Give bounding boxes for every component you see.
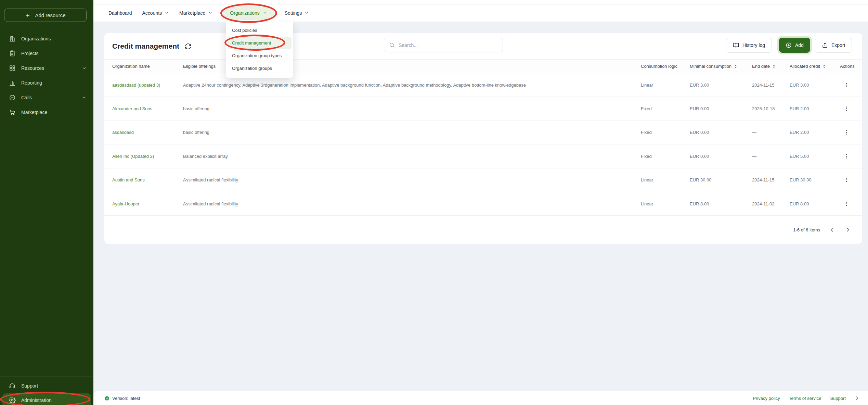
search-box xyxy=(384,38,503,52)
cell-allocated-credit: EUR 30.00 xyxy=(790,177,840,182)
gear-icon xyxy=(9,397,16,404)
organization-link[interactable]: Alexander and Sons xyxy=(112,106,183,111)
nav-item-organizations[interactable]: Organizations xyxy=(223,6,274,20)
cell-allocated-credit: EUR 2.00 xyxy=(790,106,840,111)
cell-end-date: 2024-11-02 xyxy=(752,201,790,206)
sidebar-item-support[interactable]: Support xyxy=(0,378,93,393)
cell-minimal-consumption: EUR 0.00 xyxy=(690,130,752,135)
refresh-icon xyxy=(184,43,192,50)
cell-minimal-consumption: EUR 0.00 xyxy=(690,106,752,111)
chevron-right-icon xyxy=(845,227,851,233)
plus-circle-icon xyxy=(786,42,792,48)
cell-minimal-consumption: EUR 8.00 xyxy=(690,201,752,206)
organization-link[interactable]: Ayala-Hooper xyxy=(112,201,183,206)
row-actions-kebab-button[interactable] xyxy=(841,104,852,114)
book-icon xyxy=(733,42,739,48)
cell-end-date: 2024-11-15 xyxy=(752,177,790,182)
cell-allocated-credit: EUR 3.00 xyxy=(790,83,840,88)
cell-end-date: 2025-10-18 xyxy=(752,106,790,111)
sidebar-item-label: Calls xyxy=(21,95,32,100)
cart-icon xyxy=(9,109,16,116)
cell-end-date: — xyxy=(752,130,790,135)
nav-item-settings[interactable]: Settings xyxy=(285,10,309,16)
chevron-left-icon xyxy=(829,227,835,233)
check-circle-icon xyxy=(104,396,109,401)
sort-icon[interactable] xyxy=(734,64,738,68)
row-actions-kebab-button[interactable] xyxy=(841,127,852,138)
chevron-down-icon xyxy=(263,11,267,15)
clipboard-icon xyxy=(9,50,16,57)
nav-item-label: Marketplace xyxy=(179,10,205,16)
sidebar-item-organizations[interactable]: Organizations xyxy=(0,31,93,46)
table-header-row: Organization name Eligible offerings Con… xyxy=(104,59,862,73)
export-button[interactable]: Export xyxy=(815,38,852,53)
pagination-next-button[interactable] xyxy=(844,226,852,233)
table-row: Allen Inc (Updated 3) Balanced explicit … xyxy=(104,144,862,168)
add-resource-button[interactable]: Add resource xyxy=(4,9,87,22)
app-screen: Add resource Organizations Projects Reso… xyxy=(0,0,868,405)
building-icon xyxy=(9,35,16,42)
refresh-button[interactable] xyxy=(184,43,192,50)
cell-eligible-offerings: Assimilated radical flexibility xyxy=(183,177,641,182)
sort-icon[interactable] xyxy=(772,64,776,68)
row-actions-kebab-button[interactable] xyxy=(841,199,852,209)
pagination-label: 1-6 of 6 items xyxy=(793,227,820,232)
sidebar-item-label: Reporting xyxy=(21,80,42,86)
cell-consumption-logic: Fixed xyxy=(641,154,690,159)
cell-minimal-consumption: EUR 0.00 xyxy=(690,154,752,159)
organization-link[interactable]: Allen Inc (Updated 3) xyxy=(112,154,183,159)
sidebar-item-calls[interactable]: Calls xyxy=(0,90,93,105)
cell-eligible-offerings: Adaptive 24hour contingency, Adaptive 3r… xyxy=(183,83,641,88)
pagination-prev-button[interactable] xyxy=(828,226,836,233)
footer-links: Privacy policy Terms of service Support xyxy=(753,396,859,401)
export-label: Export xyxy=(831,42,845,48)
search-input[interactable] xyxy=(399,42,498,48)
column-header-end-date[interactable]: End date xyxy=(752,64,790,69)
table-row: asdasdasd basic offering Fixed EUR 0.00 … xyxy=(104,121,862,144)
row-actions-kebab-button[interactable] xyxy=(841,151,852,161)
sort-icon[interactable] xyxy=(822,64,826,68)
version-indicator: Version: latest xyxy=(104,396,140,401)
menu-item-organization-groups[interactable]: Organization groups xyxy=(228,62,292,75)
chevron-down-icon xyxy=(305,11,309,15)
terms-of-service-link[interactable]: Terms of service xyxy=(789,396,821,401)
chevron-down-icon xyxy=(82,95,87,100)
pagination: 1-6 of 6 items xyxy=(104,216,862,244)
menu-item-credit-management[interactable]: Credit management xyxy=(228,37,292,49)
cell-allocated-credit: EUR 2.00 xyxy=(790,130,840,135)
nav-item-dashboard[interactable]: Dashboard xyxy=(108,10,132,16)
menu-item-cost-policies[interactable]: Cost policies xyxy=(228,24,292,37)
history-log-label: History log xyxy=(742,42,765,48)
sidebar-item-reporting[interactable]: Reporting xyxy=(0,75,93,90)
sidebar-item-marketplace[interactable]: Marketplace xyxy=(0,105,93,119)
cell-consumption-logic: Fixed xyxy=(641,106,690,111)
footer-support-link[interactable]: Support xyxy=(830,396,846,401)
sidebar-item-administration[interactable]: Administration xyxy=(2,393,91,405)
menu-item-organization-group-types[interactable]: Organization group types xyxy=(228,49,292,62)
add-button[interactable]: Add xyxy=(779,38,810,53)
chat-icon xyxy=(9,94,16,101)
organization-link[interactable]: asdasdasd xyxy=(112,130,183,135)
nav-item-marketplace[interactable]: Marketplace xyxy=(179,10,212,16)
bar-chart-icon xyxy=(9,79,16,86)
plus-icon xyxy=(25,13,30,18)
cell-eligible-offerings: Assimilated radical flexibility xyxy=(183,201,641,206)
nav-item-accounts[interactable]: Accounts xyxy=(142,10,169,16)
organization-link[interactable]: aasdasdasd (updated 3) xyxy=(112,83,183,88)
cell-minimal-consumption: EUR 30.00 xyxy=(690,177,752,182)
credit-management-card: Credit management History log xyxy=(104,33,862,244)
row-actions-kebab-button[interactable] xyxy=(841,80,852,90)
cell-allocated-credit: EUR 5.00 xyxy=(790,154,840,159)
column-header-minimal-consumption[interactable]: Minimal consumption xyxy=(690,64,752,69)
row-actions-kebab-button[interactable] xyxy=(841,175,852,185)
table-row: Alexander and Sons basic offering Fixed … xyxy=(104,97,862,121)
privacy-policy-link[interactable]: Privacy policy xyxy=(753,396,780,401)
grid-icon xyxy=(9,65,16,72)
sidebar-item-projects[interactable]: Projects xyxy=(0,46,93,61)
sidebar-item-resources[interactable]: Resources xyxy=(0,61,93,75)
history-log-button[interactable]: History log xyxy=(726,38,772,53)
cell-allocated-credit: EUR 8.00 xyxy=(790,201,840,206)
cell-eligible-offerings: basic offering xyxy=(183,130,641,135)
organization-link[interactable]: Austin and Sons xyxy=(112,177,183,182)
column-header-allocated-credit[interactable]: Allocated credit xyxy=(790,64,840,69)
